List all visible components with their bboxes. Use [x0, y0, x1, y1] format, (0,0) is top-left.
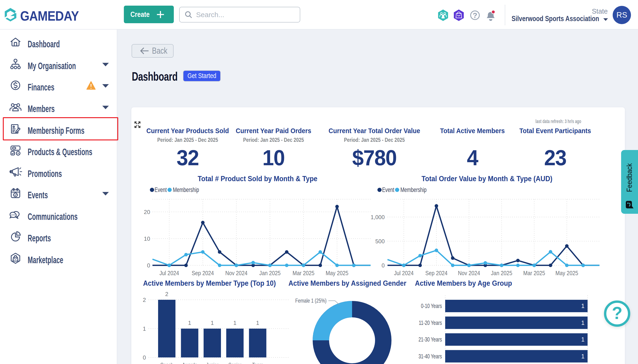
- svg-text:Membership: Membership: [173, 186, 199, 193]
- svg-text:$780: $780: [352, 146, 397, 170]
- svg-text:4: 4: [467, 146, 478, 170]
- svg-text:Team: Team: [252, 362, 263, 364]
- svg-text:1: 1: [188, 320, 191, 326]
- svg-text:Coach: Coach: [160, 362, 173, 364]
- svg-text:?: ?: [473, 11, 477, 20]
- svg-text:last data refresh: 3 hr/s ago: last data refresh: 3 hr/s ago: [535, 118, 581, 124]
- svg-text:0: 0: [382, 262, 385, 268]
- svg-text:Total Event Participants: Total Event Participants: [519, 127, 591, 135]
- svg-text:1: 1: [581, 353, 584, 360]
- svg-text:1: 1: [581, 336, 584, 343]
- svg-text:Total Active Members: Total Active Members: [440, 127, 505, 135]
- svg-text:1: 1: [581, 320, 584, 326]
- svg-text:2: 2: [143, 297, 146, 303]
- svg-text:1: 1: [581, 302, 584, 309]
- svg-text:Female 1 (25%): Female 1 (25%): [295, 298, 327, 304]
- svg-text:23: 23: [544, 146, 566, 170]
- svg-text:Period: Jan 2025 - Dec 2025: Period: Jan 2025 - Dec 2025: [157, 137, 218, 143]
- svg-text:32: 32: [177, 146, 199, 170]
- svg-text:Jan 2025: Jan 2025: [491, 270, 512, 276]
- svg-text:500: 500: [375, 238, 385, 244]
- svg-text:Active Members by Age Group: Active Members by Age Group: [415, 279, 512, 287]
- svg-text:Sep 2024: Sep 2024: [425, 270, 448, 276]
- svg-text:Period: Jan 2025 - Dec 2025: Period: Jan 2025 - Dec 2025: [243, 137, 304, 143]
- svg-text:Awards: Awards: [182, 362, 197, 364]
- svg-text:Jul 2024: Jul 2024: [160, 270, 179, 276]
- svg-text:0-10 Years: 0-10 Years: [421, 302, 442, 310]
- svg-text:31-40 Years: 31-40 Years: [418, 352, 442, 360]
- svg-text:Senior: Senior: [228, 362, 241, 364]
- svg-text:1: 1: [211, 320, 214, 326]
- svg-text:10: 10: [262, 146, 284, 170]
- svg-text:Current Year Total Order Value: Current Year Total Order Value: [329, 127, 420, 135]
- svg-text:Current Year Paid Orders: Current Year Paid Orders: [236, 127, 311, 135]
- svg-text:Jul 2024: Jul 2024: [394, 270, 414, 276]
- svg-text:Nov 2024: Nov 2024: [458, 270, 480, 276]
- svg-text:21-30 Years: 21-30 Years: [418, 336, 442, 343]
- svg-text:1: 1: [233, 320, 236, 326]
- svg-text:Period: Jan 2025 - Dec 2025: Period: Jan 2025 - Dec 2025: [344, 137, 405, 143]
- svg-text:Sep 2024: Sep 2024: [192, 270, 214, 276]
- svg-text:Jan 2025: Jan 2025: [259, 270, 280, 276]
- svg-text:Junior: Junior: [206, 362, 218, 364]
- svg-text:2: 2: [165, 291, 168, 297]
- svg-text:11-20 Years: 11-20 Years: [419, 319, 442, 326]
- svg-text:Membership: Membership: [400, 186, 426, 193]
- svg-text:Total # Product Sold by Month: Total # Product Sold by Month & Type: [198, 174, 317, 182]
- svg-text:20: 20: [144, 209, 150, 215]
- svg-text:10: 10: [144, 236, 150, 242]
- svg-text:Active Members by Member Type: Active Members by Member Type (Top 10): [143, 279, 276, 287]
- svg-text:1: 1: [256, 320, 259, 326]
- svg-text:May 2025: May 2025: [326, 270, 348, 276]
- svg-text:Mar 2025: Mar 2025: [523, 270, 545, 276]
- svg-text:0: 0: [143, 354, 146, 361]
- svg-text:Total Order Value by Month & T: Total Order Value by Month & Type (AUD): [422, 174, 552, 182]
- svg-text:1: 1: [143, 326, 146, 332]
- svg-text:Event: Event: [155, 186, 167, 193]
- svg-text:Current Year Products Sold: Current Year Products Sold: [146, 127, 229, 135]
- svg-text:1,000: 1,000: [371, 214, 385, 220]
- svg-text:Mar 2025: Mar 2025: [292, 270, 314, 276]
- svg-text:May 2025: May 2025: [555, 270, 578, 276]
- svg-text:Active Members by Assigned Gen: Active Members by Assigned Gender: [288, 279, 407, 287]
- svg-text:Event: Event: [382, 186, 394, 193]
- svg-text:Nov 2024: Nov 2024: [225, 270, 247, 276]
- svg-text:0: 0: [147, 262, 150, 268]
